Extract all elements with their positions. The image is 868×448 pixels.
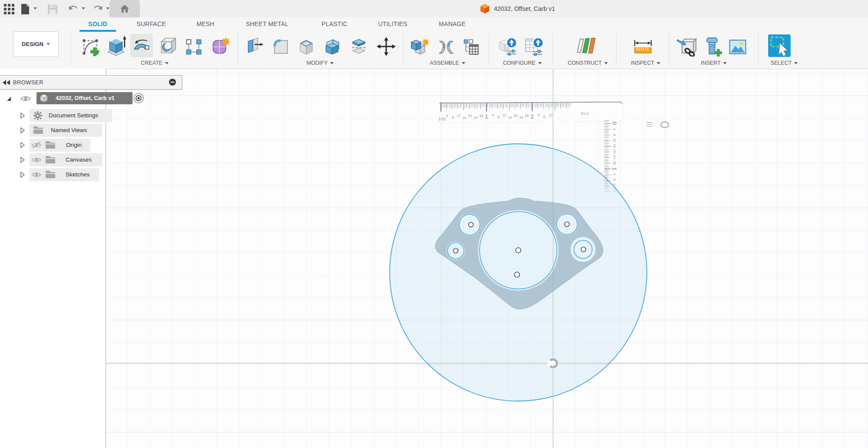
dropdown-caret-icon [723, 62, 727, 64]
configure-icon[interactable] [498, 37, 518, 56]
group-menu-construct[interactable]: CONSTRUCT [557, 60, 618, 66]
extrude-icon[interactable] [105, 35, 127, 56]
insert-derive-icon[interactable] [676, 36, 697, 56]
design-context-label: DESIGN [22, 41, 43, 47]
create-form-icon[interactable] [211, 37, 230, 56]
tab-utilities[interactable]: UTILITIES [378, 20, 407, 28]
folder-icon [45, 156, 56, 164]
file-menu-icon[interactable] [20, 3, 30, 15]
tab-mesh[interactable]: MESH [195, 20, 216, 28]
item-label: Canvases [66, 156, 92, 163]
browser-header[interactable]: BROWSER [0, 75, 182, 90]
document-title: 42032, Offset, Carb v1 [494, 5, 555, 12]
root-component[interactable]: 42032, Offset, Carb v1 [36, 92, 133, 104]
dropdown-caret-icon [462, 62, 465, 64]
browser-item-document-settings[interactable]: Document Settings [0, 109, 122, 122]
visibility-eye-icon[interactable] [31, 156, 42, 163]
group-label: SELECT [771, 60, 792, 66]
document-tab[interactable]: 42032, Offset, Carb v1 [480, 0, 555, 17]
group-menu-inspect[interactable]: INSPECT [615, 60, 676, 66]
undo-caret-icon[interactable] [82, 7, 85, 10]
browser-item-sketches[interactable]: Sketches [0, 168, 111, 181]
chevron-right-icon[interactable] [20, 157, 25, 163]
browser-item-canvases[interactable]: Canvases [0, 153, 113, 166]
new-component-icon[interactable] [410, 37, 429, 56]
origin-point-widget[interactable] [547, 358, 559, 369]
ribbon-toolbar: SOLID SURFACE MESH SHEET METAL PLASTIC U… [0, 17, 868, 69]
chevron-right-icon[interactable] [20, 172, 25, 178]
create-sketch-icon[interactable] [81, 37, 100, 56]
visibility-off-icon[interactable] [31, 142, 42, 149]
expand-triangle-icon[interactable] [6, 96, 12, 102]
sketch-layer [0, 69, 868, 448]
group-label: ASSEMBLE [430, 60, 459, 66]
visibility-eye-icon[interactable] [20, 95, 31, 102]
item-label: Origin [66, 142, 82, 148]
group-menu-create[interactable]: CREATE [124, 60, 185, 66]
design-caret-icon [46, 43, 50, 45]
home-tab[interactable] [109, 0, 140, 17]
insert-canvas-icon[interactable] [728, 37, 747, 56]
file-menu-caret-icon[interactable] [33, 7, 37, 10]
configuration-table-icon[interactable] [524, 37, 544, 56]
select-icon[interactable] [768, 34, 791, 57]
fusion-window: 481216202428148121620242824812 1/32 21-U… [0, 0, 868, 448]
measure-icon[interactable] [633, 39, 653, 55]
rectangular-pattern-icon[interactable] [185, 38, 202, 56]
bom-icon[interactable] [462, 38, 480, 56]
dropdown-caret-icon [794, 62, 798, 64]
hole-icon[interactable] [158, 37, 177, 56]
chevron-right-icon[interactable] [20, 142, 25, 148]
browser-item-named-views[interactable]: Named Views [0, 124, 113, 137]
dropdown-caret-icon [165, 62, 169, 64]
minimize-browser-icon[interactable] [169, 78, 176, 86]
group-menu-select[interactable]: SELECT [754, 60, 815, 66]
undo-icon[interactable] [68, 4, 79, 14]
browser-root-row[interactable]: 42032, Offset, Carb v1 [0, 92, 148, 106]
tab-sheet-metal[interactable]: SHEET METAL [245, 20, 289, 28]
group-menu-assemble[interactable]: ASSEMBLE [417, 60, 478, 66]
group-menu-configure[interactable]: CONFIGURE [492, 60, 553, 66]
group-divider [70, 33, 71, 65]
tab-plastic[interactable]: PLASTIC [321, 20, 348, 28]
group-menu-insert[interactable]: INSERT [683, 60, 744, 66]
group-menu-modify[interactable]: MODIFY [290, 60, 351, 66]
tab-surface[interactable]: SURFACE [136, 20, 166, 28]
sketch-geometry[interactable] [390, 144, 647, 401]
combine-icon[interactable] [324, 37, 342, 56]
save-icon[interactable] [47, 3, 58, 15]
construct-plane-icon[interactable] [576, 36, 596, 56]
insert-fastener-icon[interactable] [702, 37, 722, 56]
fillet-icon[interactable] [272, 37, 290, 56]
item-label: Sketches [66, 171, 90, 178]
visibility-eye-icon[interactable] [31, 171, 42, 178]
press-pull-icon[interactable] [245, 37, 264, 56]
design-context-button[interactable]: DESIGN [13, 31, 59, 57]
group-label: INSERT [701, 60, 721, 66]
quick-access-toolbar: 42032, Offset, Carb v1 [0, 0, 868, 18]
dropdown-caret-icon [604, 62, 608, 64]
revolve-icon[interactable] [132, 37, 151, 56]
model-canvas[interactable]: 481216202428148121620242824812 1/32 21-U… [0, 69, 868, 448]
joint-icon[interactable] [437, 37, 455, 56]
collapse-panel-icon[interactable] [3, 80, 10, 85]
tab-solid[interactable]: SOLID [85, 20, 111, 28]
shell-icon[interactable] [297, 37, 315, 56]
group-label: CREATE [141, 60, 162, 66]
group-divider [403, 33, 404, 65]
group-label: MODIFY [307, 60, 328, 66]
chevron-right-icon[interactable] [20, 113, 25, 119]
move-copy-icon[interactable] [376, 37, 396, 56]
split-body-icon[interactable] [350, 37, 368, 56]
chevron-right-icon[interactable] [20, 127, 25, 133]
redo-caret-icon[interactable] [106, 7, 109, 10]
group-divider [489, 33, 489, 65]
activate-component-radio[interactable] [133, 93, 144, 104]
group-divider [553, 33, 553, 65]
dropdown-caret-icon [330, 62, 334, 64]
tab-manage[interactable]: MANAGE [438, 20, 467, 28]
redo-icon[interactable] [92, 4, 103, 14]
browser-item-origin[interactable]: Origin [0, 139, 104, 152]
app-grid-icon[interactable] [3, 3, 15, 15]
browser-title: BROWSER [13, 79, 43, 86]
